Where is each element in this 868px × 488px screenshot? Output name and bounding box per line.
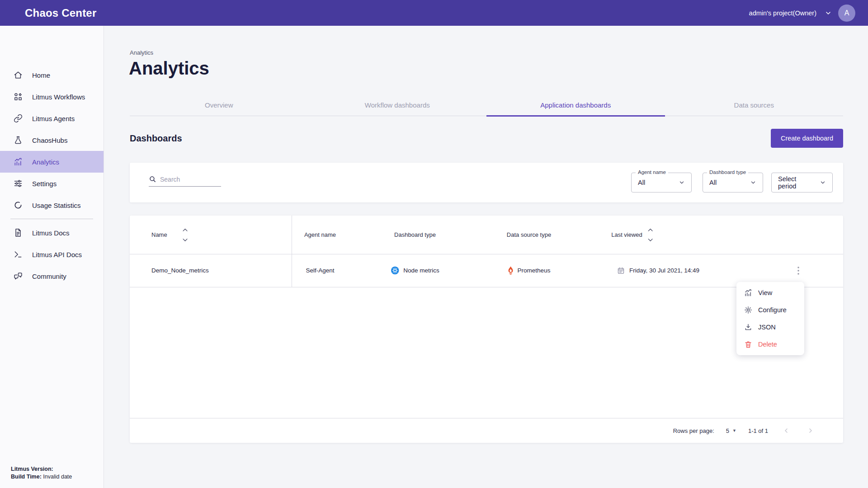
chaos-center-app: Chaos Center admin's project(Owner) A Ho… [0,0,868,488]
caret-down-icon: ▼ [732,428,736,433]
terminal-icon [14,250,23,259]
breadcrumb: Analytics [130,49,153,56]
sidebar-item-litmus-agents[interactable]: Litmus Agents [0,108,104,129]
project-selector[interactable]: admin's project(Owner) [749,9,816,17]
sidebar-item-label: Litmus Docs [32,229,70,237]
search-input[interactable] [160,176,214,183]
flask-icon [14,136,23,145]
workflows-icon [14,92,23,101]
search-field [149,175,221,187]
sidebar-item-community[interactable]: Community [0,265,104,287]
name-sort-controls [183,228,188,242]
chevron-down-icon [750,179,756,186]
sidebar-item-home[interactable]: Home [0,64,104,86]
menu-item-label: Configure [758,306,787,314]
rows-per-page-value: 5 [726,427,729,434]
section-title: Dashboards [130,133,182,144]
tab-overview[interactable]: Overview [130,94,308,116]
menu-item-delete[interactable]: Delete [736,336,804,353]
sort-ascending-icon[interactable] [183,228,188,231]
dashboard-type-select[interactable]: Dashboard type All [703,173,763,192]
pagination-bar: Rows per page: 5 ▼ 1-1 of 1 [130,418,843,443]
sidebar-item-usage-statistics[interactable]: Usage Statistics [0,194,104,216]
next-page-chevron-icon[interactable] [804,427,817,434]
agent-name-select[interactable]: Agent name All [631,173,692,192]
build-time-label: Build Time: [11,474,42,480]
download-icon [744,323,752,331]
agent-name-select-label: Agent name [636,169,668,175]
sort-descending-icon[interactable] [183,239,188,242]
litmus-version-label: Litmus Version: [11,466,53,472]
menu-item-configure[interactable]: Configure [736,301,804,319]
calendar-icon [617,267,625,274]
sidebar-item-label: Community [32,272,66,280]
agents-link-icon [14,114,23,123]
chevron-down-icon [679,179,685,186]
gear-icon [744,306,752,314]
menu-item-label: View [758,289,772,296]
pagination-range: 1-1 of 1 [748,427,768,434]
prometheus-icon [508,266,514,275]
sidebar-item-chaoshubs[interactable]: ChaosHubs [0,129,104,151]
create-dashboard-button[interactable]: Create dashboard [771,129,843,148]
sidebar-item-label: Litmus Agents [32,115,75,122]
tab-workflow-dashboards[interactable]: Workflow dashboards [308,94,487,116]
usage-circle-icon [14,201,23,210]
column-header-last-viewed: Last viewed [611,216,653,254]
tab-data-sources[interactable]: Data sources [665,94,844,116]
rows-per-page-select[interactable]: 5 ▼ [726,427,736,434]
chevron-down-icon [820,179,826,186]
last-viewed-cell: Friday, 30 Jul 2021, 14:49 [617,254,699,287]
version-info: Litmus Version: Build Time: Invalid date [11,465,72,481]
filter-bar: Agent name All Dashboard type All Select… [130,163,843,202]
row-context-menu: View Configure JSON Delete [736,282,804,355]
dashboard-type-cell: Node metrics [391,254,439,287]
sidebar-item-label: Settings [32,180,57,188]
column-header-dashboard-type: Dashboard type [394,216,436,254]
top-bar: Chaos Center admin's project(Owner) A [0,0,868,26]
sidebar: Home Litmus Workflows Litmus Agents Chao… [0,26,104,488]
sidebar-item-analytics[interactable]: Analytics [0,151,104,173]
menu-item-view[interactable]: View [736,284,804,301]
avatar[interactable]: A [838,5,855,22]
sidebar-item-litmus-docs[interactable]: Litmus Docs [0,222,104,244]
sort-ascending-icon[interactable] [648,228,653,231]
sliders-icon [14,179,23,188]
view-chart-icon [744,289,752,297]
dashboard-type-select-label: Dashboard type [707,169,748,175]
sort-descending-icon[interactable] [648,239,653,242]
table-header-row: Name Agent name Dashboard type Data sour… [130,216,843,254]
top-bar-right: admin's project(Owner) A [749,5,855,22]
section-header: Dashboards Create dashboard [130,129,843,148]
node-metrics-icon [391,266,399,275]
build-time-value: Invalid date [43,474,72,480]
row-options-kebab-icon[interactable] [791,263,806,278]
sidebar-item-label: Analytics [32,158,59,166]
select-period[interactable]: Select period [771,173,833,192]
home-icon [14,70,23,80]
column-header-agent-name: Agent name [304,216,336,254]
previous-page-chevron-icon[interactable] [780,427,793,434]
dashboard-type-select-value: All [709,179,717,186]
sidebar-item-label: Usage Statistics [32,202,81,209]
column-header-name: Name [151,216,188,254]
page-title: Analytics [129,58,209,79]
select-period-value: Select period [778,175,816,190]
sidebar-item-litmus-api-docs[interactable]: Litmus API Docs [0,244,104,265]
column-header-data-source-type: Data source type [507,216,551,254]
table-row[interactable]: Demo_Node_metrics Self-Agent Node metric… [130,254,843,287]
chat-bubbles-icon [14,272,23,281]
sidebar-item-litmus-workflows[interactable]: Litmus Workflows [0,86,104,108]
tab-bar: Overview Workflow dashboards Application… [130,94,843,116]
data-source-type-cell: Prometheus [508,254,551,287]
sidebar-item-label: Litmus API Docs [32,251,82,258]
sidebar-item-settings[interactable]: Settings [0,173,104,194]
tab-application-dashboards[interactable]: Application dashboards [486,94,665,116]
project-chevron-down-icon[interactable] [825,9,832,17]
agent-name-cell: Self-Agent [306,254,334,287]
sidebar-item-label: Litmus Workflows [32,93,85,101]
last-viewed-sort-controls [648,228,653,242]
menu-item-label: Delete [758,341,777,348]
app-title: Chaos Center [25,7,96,19]
menu-item-json[interactable]: JSON [736,319,804,336]
